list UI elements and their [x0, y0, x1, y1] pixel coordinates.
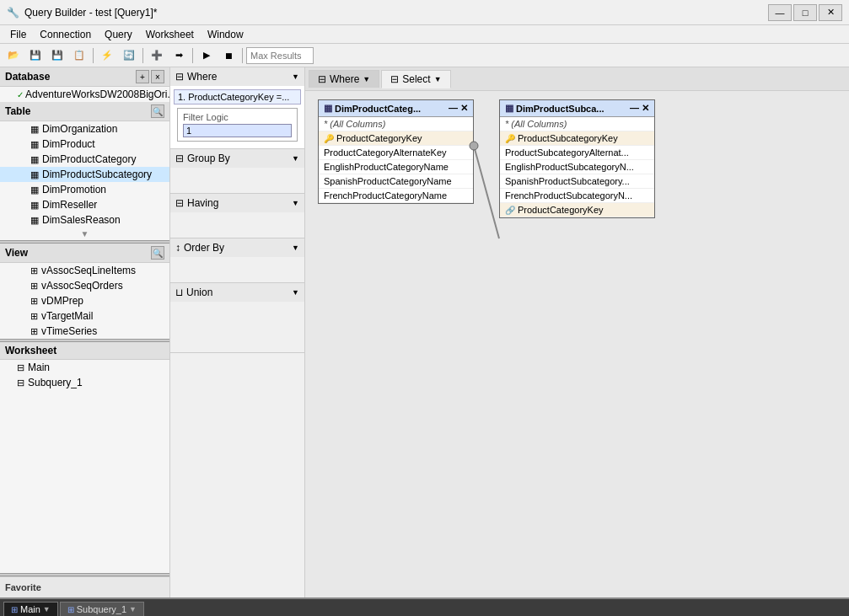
table-item-1[interactable]: ▦ DimProduct: [0, 137, 169, 152]
table-subcat-pk-icon: 🔑: [505, 134, 515, 143]
max-results-input[interactable]: [246, 47, 314, 64]
toolbar-playstop[interactable]: ⏹: [218, 46, 239, 65]
bottom-tab-main-icon: ⊞: [11, 605, 18, 614]
bottom-tab-subquery[interactable]: ⊞ Subquery_1 ▼: [60, 602, 144, 616]
worksheet-icon-main: ⊟: [17, 362, 24, 373]
table-cat-row-allcols: * (All Columns): [319, 117, 473, 131]
toolbar-save-all[interactable]: 💾: [47, 46, 67, 65]
tab-where[interactable]: ⊟ Where ▼: [309, 70, 379, 88]
view-item-4[interactable]: ⊞ vTimeSeries: [0, 324, 169, 339]
table-cat-pk-icon: 🔑: [324, 134, 334, 143]
table-name-5: DimReseller: [42, 199, 97, 211]
worksheet-section-header: Worksheet: [0, 342, 169, 360]
union-icon: ⊔: [175, 287, 183, 298]
table-cat-close[interactable]: ✕: [460, 103, 468, 114]
table-cat-row-pk[interactable]: 🔑 ProductCategoryKey: [319, 131, 473, 146]
having-content: [170, 212, 304, 238]
having-header[interactable]: ⊟ Having ▼: [170, 194, 304, 212]
where-label: Where: [187, 71, 217, 83]
table-item-5[interactable]: ▦ DimReseller: [0, 197, 169, 212]
diagram-area: ▦ DimProductCateg... — ✕ * (All Columns)…: [305, 91, 849, 597]
groupby-header[interactable]: ⊟ Group By ▼: [170, 149, 304, 168]
table-cat-row-3[interactable]: EnglishProductCategoryName: [319, 160, 473, 174]
table-subcat-row-2[interactable]: ProductSubcategoryAlternat...: [500, 146, 654, 160]
table-search-btn[interactable]: 🔍: [151, 104, 164, 118]
view-item-2[interactable]: ⊞ vDMPrep: [0, 293, 169, 308]
view-item-0[interactable]: ⊞ vAssocSeqLineItems: [0, 263, 169, 278]
toolbar-save[interactable]: 💾: [25, 46, 46, 65]
menu-window[interactable]: Window: [201, 27, 250, 42]
toolbar-remove[interactable]: ➡: [169, 46, 189, 65]
table-icon-3: ▦: [30, 169, 39, 180]
filter-logic-label: Filter Logic: [183, 112, 292, 122]
where-header[interactable]: ⊟ Where ▼: [170, 67, 304, 86]
menu-file[interactable]: File: [3, 27, 33, 42]
title-bar: 🔧 Query Builder - test [Query1]* — □ ✕: [0, 0, 849, 25]
filter-logic-input[interactable]: [183, 124, 292, 137]
groupby-icon: ⊟: [175, 153, 184, 164]
table-dimproductsubcategory-header: ▦ DimProductSubca... — ✕: [500, 100, 654, 117]
view-item-1[interactable]: ⊞ vAssocSeqOrders: [0, 278, 169, 293]
toolbar-btn4[interactable]: 📋: [69, 46, 89, 65]
menu-worksheet[interactable]: Worksheet: [139, 27, 201, 42]
table-icon-4: ▦: [30, 185, 39, 196]
tab-select[interactable]: ⊟ Select ▼: [381, 70, 450, 88]
window-controls[interactable]: — □ ✕: [768, 4, 842, 21]
tab-select-label: Select: [402, 73, 430, 85]
table-subcat-collapse[interactable]: —: [630, 103, 639, 114]
toolbar-stop[interactable]: 🔄: [119, 46, 139, 65]
view-name-0: vAssocSeqLineItems: [41, 265, 136, 276]
bottom-tab-main[interactable]: ⊞ Main ▼: [3, 602, 58, 616]
view-item-3[interactable]: ⊞ vTargetMail: [0, 308, 169, 324]
where-item-1[interactable]: 1. ProductCategoryKey =...: [174, 89, 301, 104]
groupby-section: ⊟ Group By ▼: [170, 149, 304, 194]
table-subcat-row-pk[interactable]: 🔑 ProductSubcategoryKey: [500, 131, 654, 146]
toolbar-play[interactable]: ▶: [196, 46, 217, 65]
table-cat-row-4[interactable]: SpanishProductCategoryName: [319, 174, 473, 189]
maximize-button[interactable]: □: [793, 4, 817, 21]
menu-connection[interactable]: Connection: [33, 27, 98, 42]
view-icon-0: ⊞: [30, 265, 38, 276]
table-subcat-row-3[interactable]: EnglishProductSubcategoryN...: [500, 160, 654, 174]
table-subcat-fk-text: ProductCategoryKey: [518, 205, 604, 215]
table-cat-collapse[interactable]: —: [449, 103, 458, 114]
table-item-3[interactable]: ▦ DimProductSubcategory: [0, 167, 169, 182]
minimize-button[interactable]: —: [768, 4, 792, 21]
groupby-label: Group By: [187, 153, 230, 164]
table-subcat-close[interactable]: ✕: [642, 103, 649, 114]
menu-query[interactable]: Query: [98, 27, 139, 42]
orderby-arrow: ▼: [292, 244, 299, 252]
table-cat-row-2[interactable]: ProductCategoryAlternateKey: [319, 146, 473, 160]
table-cat-pk-text: ProductCategoryKey: [336, 133, 422, 143]
db-name-item[interactable]: ✓ AdventureWorksDW2008BigOri...: [0, 87, 169, 102]
table-subcat-row-5[interactable]: FrenchProductSubcategoryN...: [500, 189, 654, 203]
table-item-2[interactable]: ▦ DimProductCategory: [0, 152, 169, 167]
toolbar-add[interactable]: ➕: [147, 46, 167, 65]
table-dimproductcategory-title: DimProductCateg...: [335, 104, 449, 114]
favorite-label: Favorite: [5, 581, 164, 594]
bottom-tabs-row: ⊞ Main ▼ ⊞ Subquery_1 ▼: [0, 599, 849, 616]
view-search-btn[interactable]: 🔍: [151, 246, 164, 260]
worksheet-item-main[interactable]: ⊟ Main: [0, 360, 169, 375]
orderby-header[interactable]: ↕ Order By ▼: [170, 238, 304, 257]
close-button[interactable]: ✕: [819, 4, 842, 21]
table-db-icon-subcat: ▦: [505, 103, 513, 114]
table-cat-row-5[interactable]: FrenchProductCategoryName: [319, 189, 473, 203]
table-item-0[interactable]: ▦ DimOrganization: [0, 121, 169, 137]
table-item-6[interactable]: ▦ DimSalesReason: [0, 212, 169, 228]
table-dimproductsubcategory: ▦ DimProductSubca... — ✕ * (All Columns)…: [499, 99, 655, 218]
toolbar-run[interactable]: ⚡: [97, 46, 117, 65]
db-close-btn[interactable]: ×: [151, 70, 164, 83]
table-subcat-row-fk[interactable]: 🔗 ProductCategoryKey: [500, 203, 654, 217]
worksheet-item-subquery[interactable]: ⊟ Subquery_1: [0, 375, 169, 390]
toolbar-open[interactable]: 📂: [3, 46, 24, 65]
table-item-4[interactable]: ▦ DimPromotion: [0, 182, 169, 197]
union-header[interactable]: ⊔ Union ▼: [170, 283, 304, 302]
db-add-btn[interactable]: +: [136, 70, 149, 83]
tab-where-arrow: ▼: [363, 75, 370, 83]
table-section-header: Table 🔍: [0, 102, 169, 121]
bottom-tab-main-label: Main: [20, 604, 40, 614]
table-dimproductcategory: ▦ DimProductCateg... — ✕ * (All Columns)…: [318, 99, 474, 204]
table-subcat-row-4[interactable]: SpanishProductSubcategory...: [500, 174, 654, 189]
database-section-header: Database + ×: [0, 67, 169, 87]
